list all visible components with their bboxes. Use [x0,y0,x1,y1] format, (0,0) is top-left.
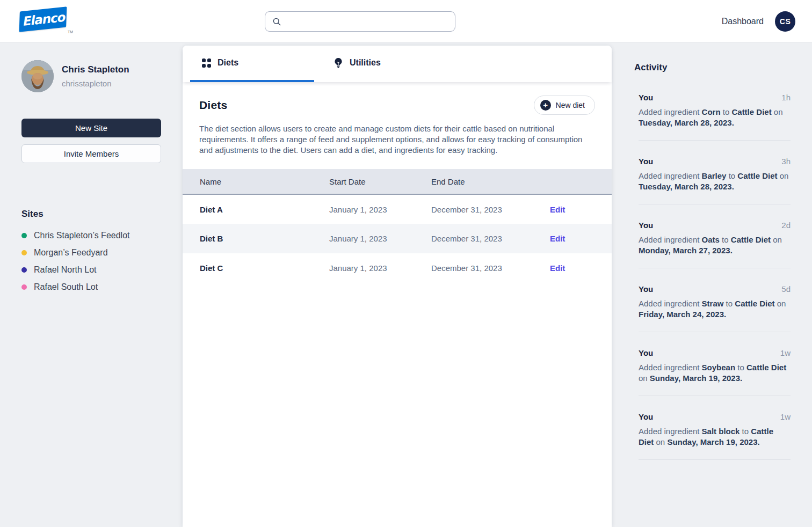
diet-end-date-cell: December 31, 2023 [414,194,533,224]
profile-avatar[interactable] [21,60,54,92]
site-color-dot [21,284,27,290]
activity-message: Added ingredient Salt block to Cattle Di… [639,426,791,448]
activity-time: 2d [781,221,791,230]
activity-message: Added ingredient Barley to Cattle Diet o… [639,171,791,192]
activity-time: 1w [780,412,791,421]
tab-utilities-label: Utilities [350,58,381,68]
diet-name-cell: Diet C [183,253,312,283]
app-header: Elanco TM Dashboard CS [0,0,812,43]
main-card: Diets Utilities Diets + New diet [183,46,612,527]
section-description: The diet section allows users to create … [199,123,588,156]
profile-text: Chris Stapleton chrisstapleton [62,60,129,92]
trademark-label: TM [68,30,73,34]
activity-author: You [639,284,653,294]
tab-utilities[interactable]: Utilities [314,46,438,82]
nav-dashboard[interactable]: Dashboard [722,17,764,26]
activity-message: Added ingredient Straw to Cattle Diet on… [639,298,791,320]
elanco-logo: Elanco TM [19,9,69,33]
activity-author: You [639,93,653,102]
activity-entry: You 1w Added ingredient Soybean to Cattl… [639,348,791,396]
site-color-dot [21,267,27,273]
activity-author: You [639,221,653,230]
header-right: Dashboard CS [722,0,795,43]
diet-start-date-cell: January 1, 2023 [312,253,414,283]
left-sidebar: Chris Stapleton chrisstapleton New Site … [0,43,183,527]
tab-diets[interactable]: Diets [190,46,314,82]
sidebar-site-item[interactable]: Rafael North Lot [21,261,161,279]
plus-icon: + [540,100,551,111]
site-label: Rafael North Lot [34,265,97,275]
activity-time: 1h [781,93,791,102]
elanco-logo-text: Elanco [21,10,64,28]
user-initials-avatar[interactable]: CS [775,11,795,32]
activity-message: Added ingredient Soybean to Cattle Diet … [639,362,791,384]
tab-diets-label: Diets [218,58,238,68]
search-input[interactable] [286,12,455,31]
table-row: Diet B January 1, 2023 December 31, 2023… [183,224,612,253]
activity-entries: You 1h Added ingredient Corn to Cattle D… [634,93,791,460]
sites-heading: Sites [21,209,161,219]
activity-entry: You 5d Added ingredient Straw to Cattle … [639,284,791,332]
profile-name: Chris Stapleton [62,64,129,75]
column-header-start-date: Start Date [312,169,414,194]
column-header-name: Name [183,169,312,194]
activity-panel: Activity You 1h Added ingredient Corn to… [612,43,812,527]
activity-time: 5d [781,284,791,294]
search-icon [272,17,281,26]
site-color-dot [21,250,27,255]
lightbulb-icon [334,57,343,68]
sidebar-site-item[interactable]: Morgan’s Feedyard [21,244,161,261]
sidebar-site-item[interactable]: Rafael South Lot [21,279,161,296]
diets-table-wrap: Name Start Date End Date Diet A January … [183,169,612,283]
activity-time: 3h [781,157,791,166]
diet-name-cell: Diet A [183,194,312,224]
invite-members-button[interactable]: Invite Members [21,144,161,163]
edit-link[interactable]: Edit [550,234,565,243]
diet-name-cell: Diet B [183,224,312,253]
activity-entry: You 1w Added ingredient Salt block to Ca… [639,412,791,460]
tab-bar: Diets Utilities [183,46,612,82]
new-diet-button[interactable]: + New diet [534,96,595,115]
profile-username: chrisstapleton [62,79,129,88]
site-label: Chris Stapleton’s Feedlot [34,231,129,240]
search-bar[interactable] [265,11,455,32]
column-header-actions [533,169,612,194]
new-diet-button-label: New diet [556,101,585,109]
activity-heading: Activity [634,62,791,73]
activity-time: 1w [780,348,791,357]
elanco-logo-shape: Elanco [19,6,67,32]
profile-card: Chris Stapleton chrisstapleton [21,60,161,92]
column-header-end-date: End Date [414,169,533,194]
activity-message: Added ingredient Corn to Cattle Diet on … [639,107,791,128]
diet-start-date-cell: January 1, 2023 [312,224,414,253]
activity-entry: You 1h Added ingredient Corn to Cattle D… [639,93,791,141]
site-label: Rafael South Lot [34,282,98,292]
activity-author: You [639,412,653,421]
section-title: Diets [199,99,227,112]
profile-avatar-illustration [21,60,54,92]
table-row: Diet C January 1, 2023 December 31, 2023… [183,253,612,283]
activity-author: You [639,348,653,357]
site-color-dot [21,233,27,238]
site-list: Chris Stapleton’s Feedlot Morgan’s Feedy… [21,227,161,296]
table-header-row: Name Start Date End Date [183,169,612,194]
diets-section: Diets + New diet The diet section allows… [183,82,612,283]
activity-message: Added ingredient Oats to Cattle Diet on … [639,235,791,256]
new-site-button[interactable]: New Site [21,119,161,137]
table-row: Diet A January 1, 2023 December 31, 2023… [183,194,612,224]
activity-entry: You 2d Added ingredient Oats to Cattle D… [639,221,791,268]
site-label: Morgan’s Feedyard [34,248,108,258]
diets-table: Name Start Date End Date Diet A January … [183,169,612,283]
page-layout: Chris Stapleton chrisstapleton New Site … [0,43,812,527]
grid-icon [202,58,211,68]
edit-link[interactable]: Edit [550,264,565,273]
edit-link[interactable]: Edit [550,205,565,214]
activity-entry: You 3h Added ingredient Barley to Cattle… [639,157,791,204]
diet-end-date-cell: December 31, 2023 [414,224,533,253]
sidebar-site-item[interactable]: Chris Stapleton’s Feedlot [21,227,161,244]
activity-author: You [639,157,653,166]
diet-start-date-cell: January 1, 2023 [312,194,414,224]
diet-end-date-cell: December 31, 2023 [414,253,533,283]
